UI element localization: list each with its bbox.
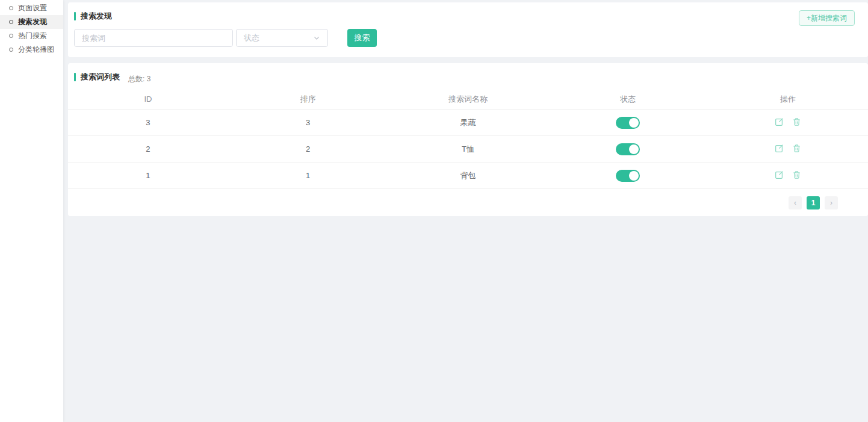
status-select[interactable]: 状态 [236,29,328,47]
radio-circle-icon [9,20,13,24]
sidebar-item-hot-search[interactable]: 热门搜索 [0,29,63,43]
cell-sort: 2 [228,144,388,154]
radio-circle-icon [9,6,13,10]
pagination-next-button[interactable]: › [825,196,838,209]
edit-icon[interactable] [775,144,784,153]
sidebar-item-search-discovery[interactable]: 搜索发现 [0,15,63,29]
table-header-row: ID 排序 搜索词名称 状态 操作 [68,89,868,110]
pagination-page-1[interactable]: 1 [807,196,820,209]
sidebar-item-label: 页面设置 [18,3,47,13]
search-button[interactable]: 搜索 [347,29,377,47]
column-header-actions: 操作 [708,94,868,105]
list-card-title: 搜索词列表 [74,72,120,82]
cell-sort: 1 [228,171,388,180]
sidebar-item-label: 分类轮播图 [18,45,54,55]
radio-circle-icon [9,34,13,38]
table-row: 3 3 果蔬 [68,110,868,136]
keyword-input[interactable] [74,29,233,47]
sidebar: 页面设置 搜索发现 热门搜索 分类轮播图 [0,0,63,422]
status-toggle[interactable] [616,117,640,129]
sidebar-item-label: 热门搜索 [18,31,47,41]
delete-icon[interactable] [792,144,801,153]
sidebar-item-page-settings[interactable]: 页面设置 [0,1,63,15]
list-card-header: 搜索词列表 总数: 3 [68,72,868,84]
list-title: 搜索词列表 [81,72,120,82]
status-toggle[interactable] [616,143,640,155]
column-header-name: 搜索词名称 [388,94,548,105]
main-content: 搜索发现 +新增搜索词 状态 搜索 搜索词列表 总数: 3 ID [63,0,868,422]
cell-name: T恤 [388,144,548,155]
search-word-table: ID 排序 搜索词名称 状态 操作 3 3 果蔬 [68,89,868,189]
cell-id: 1 [68,171,228,180]
status-toggle[interactable] [616,170,640,182]
total-count-label: 总数: 3 [128,74,150,84]
status-select-placeholder: 状态 [244,33,259,43]
delete-icon[interactable] [792,117,801,126]
cell-name: 果蔬 [388,117,548,128]
cell-sort: 3 [228,118,388,127]
search-word-list-card: 搜索词列表 总数: 3 ID 排序 搜索词名称 状态 操作 3 3 果蔬 [68,63,868,216]
filter-form: 状态 搜索 [74,29,862,47]
filter-card-title: 搜索发现 [74,11,862,22]
cell-name: 背包 [388,170,548,181]
sidebar-nav: 页面设置 搜索发现 热门搜索 分类轮播图 [0,0,63,57]
column-header-id: ID [68,95,228,104]
sidebar-item-label: 搜索发现 [18,17,47,27]
edit-icon[interactable] [775,117,784,126]
sidebar-item-category-carousel[interactable]: 分类轮播图 [0,43,63,57]
column-header-sort: 排序 [228,94,388,105]
cell-id: 2 [68,144,228,154]
pagination: ‹ 1 › [68,189,868,216]
column-header-status: 状态 [548,94,708,105]
page-title: 搜索发现 [81,11,112,22]
delete-icon[interactable] [792,170,801,179]
table-row: 2 2 T恤 [68,136,868,163]
pagination-prev-button[interactable]: ‹ [789,196,802,209]
chevron-down-icon [313,34,320,42]
search-filter-card: 搜索发现 +新增搜索词 状态 搜索 [68,2,868,57]
add-search-word-button[interactable]: +新增搜索词 [799,10,855,26]
table-row: 1 1 背包 [68,163,868,189]
section-marker [74,73,76,81]
cell-id: 3 [68,118,228,127]
edit-icon[interactable] [775,170,784,179]
section-marker [74,12,76,20]
radio-circle-icon [9,48,13,52]
